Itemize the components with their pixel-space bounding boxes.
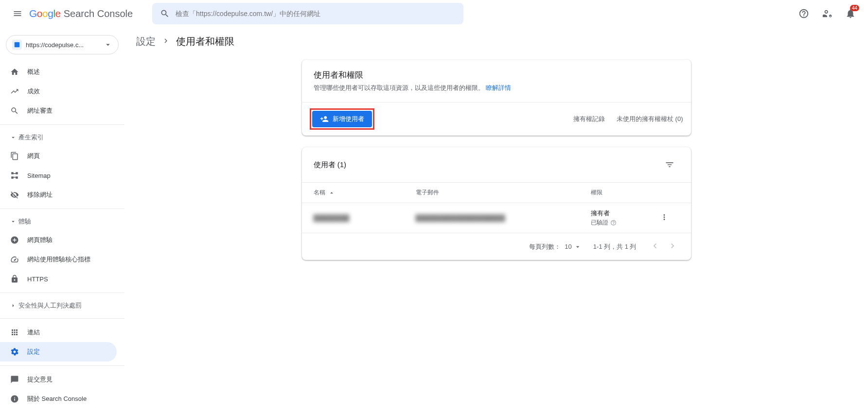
filter-button[interactable] <box>660 155 679 174</box>
hamburger-icon <box>13 9 22 18</box>
col-header-email[interactable]: 電子郵件 <box>416 189 591 197</box>
chevron-right-icon <box>668 241 677 251</box>
person-gear-icon <box>822 8 833 19</box>
chevron-down-icon <box>10 134 17 141</box>
chevron-right-icon <box>10 302 17 309</box>
sidebar: https://codepulse.c... 概述 成效 網址審查 產生索引 網… <box>0 27 124 413</box>
account-settings-button[interactable] <box>817 4 837 23</box>
breadcrumb-parent[interactable]: 設定 <box>136 35 156 48</box>
nav-pages[interactable]: 網頁 <box>0 146 117 166</box>
property-icon <box>12 40 22 50</box>
verification-status: 已驗證 <box>591 219 660 227</box>
trending-icon <box>10 86 19 96</box>
property-selector[interactable]: https://codepulse.c... <box>6 35 119 54</box>
nav-core-vitals[interactable]: 網站使用體驗核心指標 <box>0 250 117 269</box>
svg-rect-0 <box>15 42 20 48</box>
dropdown-icon <box>574 243 582 251</box>
user-name: ████████ <box>314 214 350 222</box>
speed-icon <box>10 255 19 264</box>
nav-settings[interactable]: 設定 <box>0 342 117 361</box>
next-page-button[interactable] <box>666 239 679 254</box>
card-subtitle: 管理哪些使用者可以存取這項資源，以及這些使用者的權限。 瞭解詳情 <box>314 84 679 92</box>
search-icon <box>160 9 170 18</box>
user-email: ████████████████████ <box>416 214 505 222</box>
filter-icon <box>665 160 674 170</box>
nav-removals[interactable]: 移除網址 <box>0 185 117 205</box>
home-icon <box>10 67 19 77</box>
nav-feedback[interactable]: 提交意見 <box>0 370 117 389</box>
menu-button[interactable] <box>8 4 27 23</box>
info-icon <box>10 394 19 404</box>
pagination-range: 1-1 列，共 1 列 <box>593 242 637 251</box>
breadcrumb: 設定 使用者和權限 <box>136 35 856 48</box>
gear-icon <box>10 347 19 357</box>
lock-icon <box>10 274 19 284</box>
notifications-button[interactable]: 44 <box>841 4 860 23</box>
table-title: 使用者 (1) <box>314 160 347 170</box>
nav-links[interactable]: 連結 <box>0 323 117 342</box>
nav-overview[interactable]: 概述 <box>0 62 117 82</box>
nav-page-experience[interactable]: 網頁體驗 <box>0 230 117 250</box>
help-button[interactable] <box>794 4 814 23</box>
help-icon <box>798 8 809 19</box>
chevron-right-icon <box>161 36 170 47</box>
permission-level: 擁有者 <box>591 209 660 218</box>
table-row[interactable]: ████████ ████████████████████ 擁有者 已驗證 <box>302 203 691 233</box>
col-header-permission[interactable]: 權限 <box>591 189 660 197</box>
section-security[interactable]: 安全性與人工判決處罰 <box>0 297 124 314</box>
section-experience[interactable]: 體驗 <box>0 213 124 230</box>
nav-about[interactable]: 關於 Search Console <box>0 389 117 409</box>
rows-per-page-label: 每頁列數： <box>529 242 561 251</box>
search-input[interactable] <box>176 10 456 17</box>
search-box[interactable] <box>152 3 463 24</box>
nav-performance[interactable]: 成效 <box>0 82 117 101</box>
person-add-icon <box>320 115 329 123</box>
links-icon <box>10 327 19 337</box>
visibility-off-icon <box>10 190 19 200</box>
property-text: https://codepulse.c... <box>26 41 104 49</box>
prev-page-button[interactable] <box>648 239 662 254</box>
chevron-down-icon <box>10 218 17 225</box>
logo[interactable]: Google Search Console <box>29 8 133 19</box>
search-icon <box>10 106 19 116</box>
breadcrumb-current: 使用者和權限 <box>176 35 234 48</box>
nav-https[interactable]: HTTPS <box>0 269 117 289</box>
help-icon[interactable] <box>610 220 617 226</box>
chevron-left-icon <box>650 241 660 251</box>
notification-badge: 44 <box>850 5 859 11</box>
sitemap-icon <box>10 171 19 180</box>
dropdown-icon <box>104 40 112 49</box>
card-title: 使用者和權限 <box>314 69 679 81</box>
rows-per-page-select[interactable]: 10 <box>565 243 581 251</box>
pages-icon <box>10 151 19 161</box>
users-table-card: 使用者 (1) 名稱 電子郵件 權限 ████████ ███ <box>302 147 691 260</box>
learn-more-link[interactable]: 瞭解詳情 <box>486 84 511 91</box>
arrow-up-icon <box>328 189 335 196</box>
unused-tokens-link[interactable]: 未使用的擁有權權杖 (0) <box>617 115 683 123</box>
feedback-icon <box>10 375 19 384</box>
row-menu-button[interactable] <box>660 216 669 223</box>
users-permissions-card: 使用者和權限 管理哪些使用者可以存取這項資源，以及這些使用者的權限。 瞭解詳情 … <box>302 60 691 136</box>
add-circle-icon <box>10 235 19 245</box>
product-name: Search Console <box>64 8 133 19</box>
highlighted-add-user: 新增使用者 <box>310 108 374 130</box>
section-indexing[interactable]: 產生索引 <box>0 129 124 146</box>
nav-sitemap[interactable]: Sitemap <box>0 166 117 185</box>
add-user-button[interactable]: 新增使用者 <box>312 111 372 127</box>
google-logo: Google <box>29 8 61 19</box>
more-vert-icon <box>660 213 669 222</box>
col-header-name[interactable]: 名稱 <box>314 189 416 197</box>
nav-url-inspection[interactable]: 網址審查 <box>0 101 117 120</box>
ownership-history-link[interactable]: 擁有權記錄 <box>573 115 605 123</box>
